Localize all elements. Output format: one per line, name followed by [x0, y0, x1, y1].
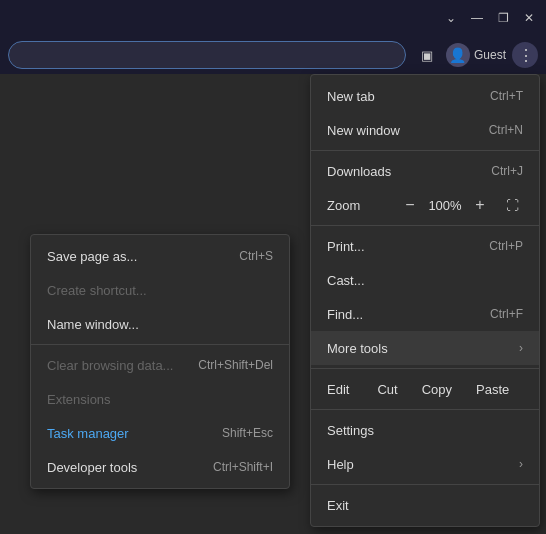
separator-4: [311, 409, 539, 410]
new-window-shortcut: Ctrl+N: [489, 123, 523, 137]
new-tab-label: New tab: [327, 89, 375, 104]
downloads-shortcut: Ctrl+J: [491, 164, 523, 178]
clear-browsing-data-item[interactable]: Clear browsing data... Ctrl+Shift+Del: [31, 348, 289, 382]
downloads-item[interactable]: Downloads Ctrl+J: [311, 154, 539, 188]
submenu-separator-1: [31, 344, 289, 345]
profile-name: Guest: [474, 48, 506, 62]
zoom-out-button[interactable]: −: [399, 194, 421, 216]
find-item[interactable]: Find... Ctrl+F: [311, 297, 539, 331]
zoom-in-button[interactable]: +: [469, 194, 491, 216]
help-arrow-icon: ›: [519, 457, 523, 471]
paste-button[interactable]: Paste: [464, 378, 521, 401]
tab-bar: ▣ 👤 Guest ⋮: [0, 36, 546, 74]
clear-browsing-data-shortcut: Ctrl+Shift+Del: [198, 358, 273, 372]
menu-button[interactable]: ⋮: [512, 42, 538, 68]
window-controls: ⌄ — ❐ ✕: [440, 7, 540, 29]
create-shortcut-label: Create shortcut...: [47, 283, 147, 298]
separator-1: [311, 150, 539, 151]
extensions-item[interactable]: Extensions: [31, 382, 289, 416]
separator-5: [311, 484, 539, 485]
sidebar-toggle-icon[interactable]: ▣: [414, 42, 440, 68]
maximize-button[interactable]: ❐: [492, 7, 514, 29]
zoom-controls: − 100% + ⛶: [399, 194, 523, 216]
help-item[interactable]: Help ›: [311, 447, 539, 481]
minimize-button[interactable]: —: [466, 7, 488, 29]
zoom-label: Zoom: [327, 198, 399, 213]
more-tools-item[interactable]: More tools ›: [311, 331, 539, 365]
exit-item[interactable]: Exit: [311, 488, 539, 522]
print-label: Print...: [327, 239, 365, 254]
separator-2: [311, 225, 539, 226]
new-tab-shortcut: Ctrl+T: [490, 89, 523, 103]
name-window-label: Name window...: [47, 317, 139, 332]
profile-area[interactable]: 👤 Guest: [446, 43, 506, 67]
more-tools-submenu: Save page as... Ctrl+S Create shortcut..…: [30, 234, 290, 489]
more-tools-label: More tools: [327, 341, 388, 356]
copy-button[interactable]: Copy: [410, 378, 464, 401]
zoom-row: Zoom − 100% + ⛶: [311, 188, 539, 222]
main-content: Save page as... Ctrl+S Create shortcut..…: [0, 74, 546, 534]
zoom-value: 100%: [427, 198, 463, 213]
task-manager-item[interactable]: Task manager Shift+Esc: [31, 416, 289, 450]
toolbar-icons: ▣ 👤 Guest ⋮: [414, 42, 538, 68]
new-window-label: New window: [327, 123, 400, 138]
cast-item[interactable]: Cast...: [311, 263, 539, 297]
avatar: 👤: [446, 43, 470, 67]
create-shortcut-item[interactable]: Create shortcut...: [31, 273, 289, 307]
extensions-label: Extensions: [47, 392, 111, 407]
close-button[interactable]: ✕: [518, 7, 540, 29]
separator-3: [311, 368, 539, 369]
address-bar[interactable]: [8, 41, 406, 69]
downloads-label: Downloads: [327, 164, 391, 179]
edit-label: Edit: [327, 382, 349, 397]
find-shortcut: Ctrl+F: [490, 307, 523, 321]
title-bar: ⌄ — ❐ ✕: [0, 0, 546, 36]
task-manager-shortcut: Shift+Esc: [222, 426, 273, 440]
cast-label: Cast...: [327, 273, 365, 288]
task-manager-label: Task manager: [47, 426, 129, 441]
save-page-as-item[interactable]: Save page as... Ctrl+S: [31, 239, 289, 273]
new-tab-item[interactable]: New tab Ctrl+T: [311, 79, 539, 113]
developer-tools-item[interactable]: Developer tools Ctrl+Shift+I: [31, 450, 289, 484]
print-item[interactable]: Print... Ctrl+P: [311, 229, 539, 263]
name-window-item[interactable]: Name window...: [31, 307, 289, 341]
more-tools-arrow-icon: ›: [519, 341, 523, 355]
find-label: Find...: [327, 307, 363, 322]
save-page-as-label: Save page as...: [47, 249, 137, 264]
new-window-item[interactable]: New window Ctrl+N: [311, 113, 539, 147]
help-label: Help: [327, 457, 354, 472]
settings-item[interactable]: Settings: [311, 413, 539, 447]
settings-label: Settings: [327, 423, 374, 438]
save-page-as-shortcut: Ctrl+S: [239, 249, 273, 263]
print-shortcut: Ctrl+P: [489, 239, 523, 253]
menu-container: Save page as... Ctrl+S Create shortcut..…: [0, 74, 546, 534]
clear-browsing-data-label: Clear browsing data...: [47, 358, 173, 373]
developer-tools-shortcut: Ctrl+Shift+I: [213, 460, 273, 474]
exit-label: Exit: [327, 498, 349, 513]
edit-row: Edit Cut Copy Paste: [311, 372, 539, 406]
main-dropdown-menu: New tab Ctrl+T New window Ctrl+N Downloa…: [310, 74, 540, 527]
chevron-down-btn[interactable]: ⌄: [440, 7, 462, 29]
developer-tools-label: Developer tools: [47, 460, 137, 475]
cut-button[interactable]: Cut: [365, 378, 409, 401]
fullscreen-button[interactable]: ⛶: [501, 194, 523, 216]
